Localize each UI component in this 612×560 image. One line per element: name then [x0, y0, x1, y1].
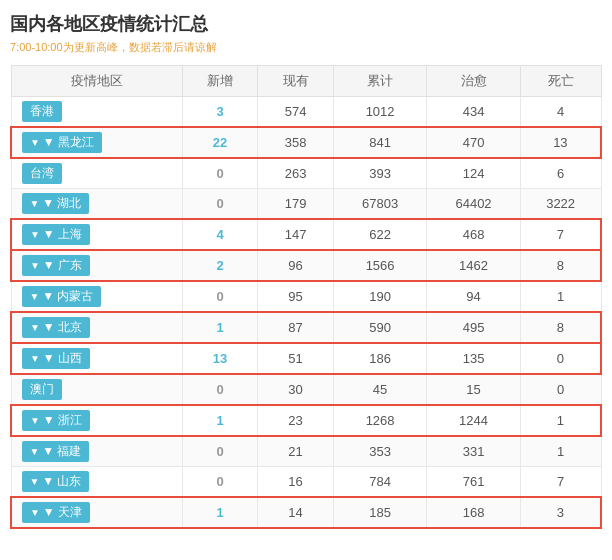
- dead-value: 8: [520, 250, 601, 281]
- total-value: 590: [333, 312, 426, 343]
- dead-value: 1: [520, 436, 601, 467]
- current-value: 14: [258, 497, 334, 528]
- new-count: 0: [182, 281, 258, 312]
- current-value: 23: [258, 405, 334, 436]
- region-cell: ▼ 北京: [11, 312, 182, 343]
- subtitle: 7:00-10:00为更新高峰，数据若滞后请谅解: [10, 40, 602, 55]
- region-tag: ▼ 黑龙江: [22, 132, 102, 153]
- table-header: 疫情地区 新增 现有 累计 治愈 死亡: [11, 66, 601, 97]
- table-row: 澳门03045150: [11, 374, 601, 405]
- cured-value: 64402: [427, 189, 520, 220]
- region-tag: 澳门: [22, 379, 62, 400]
- region-cell: ▼ 福建: [11, 436, 182, 467]
- table-row: ▼ 山东0167847617: [11, 467, 601, 498]
- cured-value: 1462: [427, 250, 520, 281]
- total-value: 185: [333, 497, 426, 528]
- subtitle-highlight: 数据若滞后请谅解: [129, 41, 217, 53]
- col-cured: 治愈: [427, 66, 520, 97]
- total-value: 190: [333, 281, 426, 312]
- region-cell: 台湾: [11, 158, 182, 189]
- total-value: 67803: [333, 189, 426, 220]
- table-row: ▼ 上海41476224687: [11, 219, 601, 250]
- current-value: 147: [258, 219, 334, 250]
- cured-value: 761: [427, 467, 520, 498]
- region-cell: ▼ 内蒙古: [11, 281, 182, 312]
- page-title: 国内各地区疫情统计汇总: [10, 12, 602, 36]
- new-count: 3: [182, 97, 258, 128]
- cured-value: 495: [427, 312, 520, 343]
- region-tag: ▼ 北京: [22, 317, 90, 338]
- cured-value: 434: [427, 97, 520, 128]
- dead-value: 3222: [520, 189, 601, 220]
- region-cell: ▼ 湖北: [11, 189, 182, 220]
- main-container: 国内各地区疫情统计汇总 7:00-10:00为更新高峰，数据若滞后请谅解 疫情地…: [0, 0, 612, 539]
- dead-value: 4: [520, 97, 601, 128]
- cured-value: 470: [427, 127, 520, 158]
- col-total: 累计: [333, 66, 426, 97]
- region-cell: ▼ 广东: [11, 250, 182, 281]
- dead-value: 3: [520, 497, 601, 528]
- dead-value: 6: [520, 158, 601, 189]
- cured-value: 135: [427, 343, 520, 374]
- dead-value: 0: [520, 374, 601, 405]
- total-value: 1566: [333, 250, 426, 281]
- table-row: ▼ 内蒙古095190941: [11, 281, 601, 312]
- new-count: 22: [182, 127, 258, 158]
- cured-value: 94: [427, 281, 520, 312]
- region-tag: ▼ 天津: [22, 502, 90, 523]
- dead-value: 8: [520, 312, 601, 343]
- current-value: 574: [258, 97, 334, 128]
- cured-value: 124: [427, 158, 520, 189]
- region-tag: ▼ 湖北: [22, 193, 90, 214]
- new-count: 1: [182, 405, 258, 436]
- dead-value: 7: [520, 467, 601, 498]
- cured-value: 15: [427, 374, 520, 405]
- current-value: 87: [258, 312, 334, 343]
- current-value: 358: [258, 127, 334, 158]
- col-new: 新增: [182, 66, 258, 97]
- table-row: ▼ 天津1141851683: [11, 497, 601, 528]
- total-value: 186: [333, 343, 426, 374]
- total-value: 393: [333, 158, 426, 189]
- current-value: 51: [258, 343, 334, 374]
- current-value: 16: [258, 467, 334, 498]
- region-tag: 香港: [22, 101, 62, 122]
- current-value: 21: [258, 436, 334, 467]
- total-value: 1268: [333, 405, 426, 436]
- region-cell: ▼ 上海: [11, 219, 182, 250]
- total-value: 1012: [333, 97, 426, 128]
- cured-value: 331: [427, 436, 520, 467]
- dead-value: 7: [520, 219, 601, 250]
- total-value: 841: [333, 127, 426, 158]
- cured-value: 168: [427, 497, 520, 528]
- total-value: 784: [333, 467, 426, 498]
- col-region: 疫情地区: [11, 66, 182, 97]
- col-current: 现有: [258, 66, 334, 97]
- dead-value: 1: [520, 281, 601, 312]
- new-count: 4: [182, 219, 258, 250]
- region-tag: ▼ 山东: [22, 471, 90, 492]
- table-body: 香港357410124344▼ 黑龙江2235884147013台湾026339…: [11, 97, 601, 529]
- region-tag: ▼ 福建: [22, 441, 90, 462]
- current-value: 95: [258, 281, 334, 312]
- stats-table: 疫情地区 新增 现有 累计 治愈 死亡 香港357410124344▼ 黑龙江2…: [10, 65, 602, 529]
- subtitle-prefix: 7:00-10:00为更新高峰，: [10, 41, 129, 53]
- col-dead: 死亡: [520, 66, 601, 97]
- table-row: ▼ 湖北017967803644023222: [11, 189, 601, 220]
- region-cell: ▼ 山西: [11, 343, 182, 374]
- dead-value: 0: [520, 343, 601, 374]
- table-row: 台湾02633931246: [11, 158, 601, 189]
- region-cell: ▼ 浙江: [11, 405, 182, 436]
- region-cell: ▼ 天津: [11, 497, 182, 528]
- new-count: 0: [182, 189, 258, 220]
- table-row: 香港357410124344: [11, 97, 601, 128]
- header-row: 疫情地区 新增 现有 累计 治愈 死亡: [11, 66, 601, 97]
- cured-value: 468: [427, 219, 520, 250]
- region-tag: ▼ 浙江: [22, 410, 90, 431]
- new-count: 1: [182, 497, 258, 528]
- dead-value: 1: [520, 405, 601, 436]
- region-tag: ▼ 内蒙古: [22, 286, 102, 307]
- table-row: ▼ 福建0213533311: [11, 436, 601, 467]
- table-row: ▼ 黑龙江2235884147013: [11, 127, 601, 158]
- current-value: 179: [258, 189, 334, 220]
